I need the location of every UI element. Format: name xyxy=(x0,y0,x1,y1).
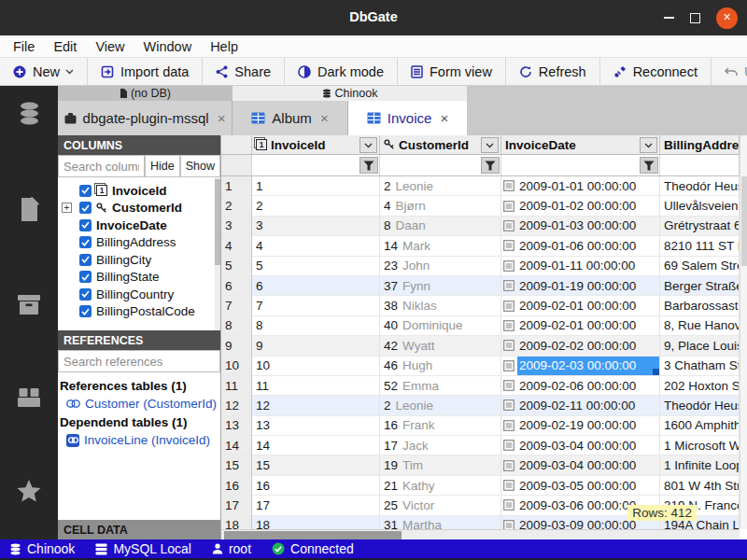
show-button[interactable]: Show xyxy=(180,155,220,177)
invoicedate-cell[interactable]: 2009-02-01 00:00:00 xyxy=(501,316,660,336)
table-row[interactable]: 8 8 40 Dominique xyxy=(221,316,740,336)
billingaddress-cell[interactable]: Berger Straße 10 xyxy=(660,276,740,296)
filter-funnel-icon[interactable] xyxy=(359,157,378,174)
table-row[interactable]: 3 3 8 Daan xyxy=(221,217,740,236)
customerid-cell[interactable]: 14 Mark xyxy=(380,236,501,256)
checkbox-checked[interactable] xyxy=(79,219,92,231)
date-edit-icon[interactable] xyxy=(503,201,514,212)
close-icon[interactable]: × xyxy=(440,110,448,126)
date-edit-icon[interactable] xyxy=(503,280,514,291)
expand-icon[interactable]: + xyxy=(62,203,72,213)
table-row[interactable]: 7 7 38 Niklas xyxy=(221,296,740,315)
database-icon[interactable] xyxy=(17,101,42,126)
customerid-cell[interactable]: 16 Frank xyxy=(380,416,501,436)
date-edit-icon[interactable] xyxy=(503,399,514,411)
invoicedate-cell[interactable]: 2009-02-19 00:00:00 xyxy=(501,416,660,436)
billingaddress-cell[interactable]: 1 Infinite Loop xyxy=(660,455,740,475)
table-row[interactable]: 16 16 21 Kathy xyxy=(221,476,740,496)
column-menu-chevron-icon[interactable] xyxy=(640,137,657,153)
invoiceid-cell[interactable]: 13 xyxy=(252,416,380,436)
invoiceid-cell[interactable]: 15 xyxy=(252,455,380,475)
invoiceid-cell[interactable]: 5 xyxy=(252,257,380,276)
checkbox-checked[interactable] xyxy=(79,271,92,283)
filter-funnel-icon[interactable] xyxy=(481,157,500,174)
date-edit-icon[interactable] xyxy=(503,240,514,251)
invoicedate-cell[interactable]: 2009-01-02 00:00:00 xyxy=(501,196,660,216)
table-row[interactable]: 13 13 16 Frank xyxy=(221,416,740,436)
horizontal-scrollbar[interactable] xyxy=(221,529,740,539)
dark-mode-button[interactable]: Dark mode xyxy=(285,58,398,85)
date-edit-icon[interactable] xyxy=(503,440,514,451)
date-edit-icon[interactable] xyxy=(503,360,514,371)
billingaddress-cell[interactable]: 69 Salem Street xyxy=(660,257,740,276)
billingaddress-cell[interactable]: 801 W 4th Street xyxy=(660,476,740,496)
customerid-cell[interactable]: 23 John xyxy=(380,257,501,276)
customerid-cell[interactable]: 2 Leonie xyxy=(380,176,501,196)
invoiceid-cell[interactable]: 17 xyxy=(252,496,380,515)
billingaddress-cell[interactable]: 1 Microsoft Way xyxy=(660,436,740,455)
date-edit-icon[interactable] xyxy=(503,260,514,272)
invoiceid-cell[interactable]: 1 xyxy=(252,176,380,196)
invoiceid-cell[interactable]: 6 xyxy=(252,276,380,296)
invoicedate-cell[interactable]: 2009-01-01 00:00:00 xyxy=(501,176,660,196)
date-edit-icon[interactable] xyxy=(503,460,514,471)
billingaddress-cell[interactable]: 3 Chatham Street xyxy=(660,357,740,376)
billingaddress-cell[interactable]: Grétrystraat 63 xyxy=(660,217,740,236)
invoicedate-cell[interactable]: 2009-03-05 00:00:00 xyxy=(501,476,660,496)
billingaddress-cell[interactable]: Theodór Heuss Straße 34 xyxy=(660,396,740,415)
checkbox-checked[interactable] xyxy=(79,185,92,197)
checkbox-checked[interactable] xyxy=(79,305,92,317)
refresh-button[interactable]: Refresh xyxy=(506,58,600,85)
customerid-cell[interactable]: 37 Fynn xyxy=(380,276,501,296)
date-edit-icon[interactable] xyxy=(503,499,514,511)
invoiceid-cell[interactable]: 4 xyxy=(252,236,380,256)
checkbox-checked[interactable] xyxy=(79,202,92,214)
checkbox-checked[interactable] xyxy=(79,254,92,266)
hide-button[interactable]: Hide xyxy=(145,155,180,177)
search-columns-input[interactable] xyxy=(58,155,145,177)
invoiceid-cell[interactable]: 16 xyxy=(252,476,380,496)
checkbox-checked[interactable] xyxy=(79,288,92,301)
billingaddress-cell[interactable]: 8210 111 ST NW xyxy=(660,236,740,256)
date-edit-icon[interactable] xyxy=(503,420,514,431)
billingaddress-cell[interactable]: 202 Hoxton Street xyxy=(660,376,740,396)
column-header-billingaddress[interactable]: BillingAddress xyxy=(660,135,740,154)
customerid-cell[interactable]: 25 Victor xyxy=(380,496,501,515)
customerid-cell[interactable]: 2 Leonie xyxy=(380,396,501,415)
invoiceid-cell[interactable]: 9 xyxy=(252,336,380,356)
table-row[interactable]: 12 12 2 Leonie xyxy=(221,396,740,415)
date-edit-icon[interactable] xyxy=(503,320,514,331)
menu-file[interactable]: File xyxy=(4,39,44,54)
column-menu-chevron-icon[interactable] xyxy=(481,137,499,153)
search-references-input[interactable] xyxy=(58,350,220,372)
invoicedate-cell[interactable]: 2009-01-19 00:00:00 xyxy=(501,276,660,296)
table-row[interactable]: 10 10 46 Hugh xyxy=(221,357,740,376)
billingaddress-cell[interactable]: Theodór Heuss Straße 34 xyxy=(660,176,740,196)
table-row[interactable]: 1 1 2 Leonie xyxy=(221,176,740,196)
table-row[interactable]: 9 9 42 Wyatt xyxy=(221,336,740,356)
share-button[interactable]: Share xyxy=(203,58,285,85)
column-menu-chevron-icon[interactable] xyxy=(359,137,377,153)
billingaddress-cell[interactable]: 9, Place Louis Barthou xyxy=(660,336,740,356)
invoiceid-cell[interactable]: 12 xyxy=(252,396,380,415)
invoiceid-cell[interactable]: 8 xyxy=(252,316,380,336)
customerid-cell[interactable]: 46 Hugh xyxy=(380,357,501,376)
column-list-item[interactable]: InvoiceDate xyxy=(58,217,220,234)
invoicedate-cell[interactable]: 2009-03-04 00:00:00 xyxy=(501,436,660,455)
invoiceid-cell[interactable]: 2 xyxy=(252,196,380,216)
billingaddress-cell[interactable]: 8, Rue Hanovre xyxy=(660,316,740,336)
invoicedate-cell[interactable]: 2009-02-01 00:00:00 xyxy=(501,296,660,315)
billingaddress-cell[interactable]: Barbarossastraße 19 xyxy=(660,296,740,315)
date-edit-icon[interactable] xyxy=(503,520,514,529)
column-list-item[interactable]: BillingPostalCode xyxy=(58,303,220,321)
column-header-customerid[interactable]: CustomerId xyxy=(380,135,501,154)
file-icon[interactable] xyxy=(18,197,40,222)
plugin-icon[interactable] xyxy=(17,387,41,408)
menu-view[interactable]: View xyxy=(86,39,134,54)
tab-album[interactable]: Album × xyxy=(233,101,348,135)
invoiceid-cell[interactable]: 18 xyxy=(252,516,380,529)
tab-invoice[interactable]: Invoice × xyxy=(348,101,467,135)
table-row[interactable]: 14 14 17 Jack xyxy=(221,436,740,455)
date-edit-icon[interactable] xyxy=(503,220,514,231)
customerid-cell[interactable]: 38 Niklas xyxy=(380,296,501,315)
